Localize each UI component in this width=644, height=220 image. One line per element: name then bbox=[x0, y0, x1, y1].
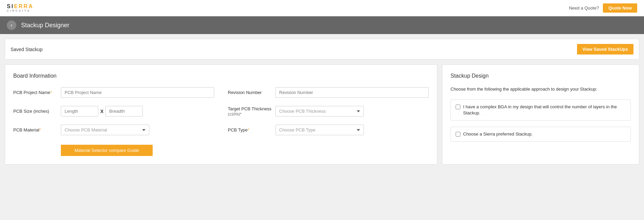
material-guide-row: Material Selector compare Guide bbox=[61, 143, 429, 156]
checkbox-bga[interactable] bbox=[456, 105, 460, 109]
checkbox-row-sierra: Choose a Sierra preferred Stackup. bbox=[451, 127, 631, 142]
thickness-sublabel: (±10%)* bbox=[228, 112, 272, 116]
form-row-1: PCB Project Name* Revision Number bbox=[13, 87, 429, 98]
back-icon: ‹ bbox=[11, 22, 12, 28]
saved-stackup-label: Saved Stackup bbox=[11, 47, 43, 52]
revision-number-input[interactable] bbox=[275, 87, 429, 98]
logo: SiERRA CIRCUITS bbox=[7, 4, 33, 12]
pcb-material-label: PCB Material* bbox=[13, 127, 57, 132]
pcb-type-select[interactable]: Choose PCB Type bbox=[275, 125, 364, 135]
board-info-card: Board Information PCB Project Name* Revi… bbox=[5, 64, 437, 164]
x-separator: X bbox=[100, 109, 103, 114]
pcb-size-group: PCB Size (inches) X bbox=[13, 106, 214, 116]
pcb-thickness-select[interactable]: Choose PCB Thickness bbox=[275, 106, 364, 116]
stackup-design-description: Choose from the following the applicable… bbox=[451, 86, 631, 93]
form-row-3: PCB Material* Choose PCB Material PCB Ty… bbox=[13, 125, 429, 135]
revision-number-group: Revision Number bbox=[228, 87, 429, 98]
pcb-project-name-label: PCB Project Name* bbox=[13, 90, 57, 95]
size-inputs: X bbox=[61, 106, 143, 116]
material-guide-button[interactable]: Material Selector compare Guide bbox=[61, 145, 153, 156]
page-header: ‹ Stackup Designer bbox=[0, 16, 644, 34]
pcb-project-name-input[interactable] bbox=[61, 87, 214, 98]
pcb-size-label: PCB Size (inches) bbox=[13, 109, 57, 114]
top-nav: SiERRA CIRCUITS Need a Quote? Quote Now bbox=[0, 0, 644, 16]
need-quote-text: Need a Quote? bbox=[569, 5, 599, 11]
page-title: Stackup Designer bbox=[21, 22, 69, 29]
stackup-design-card: Stackup Design Choose from the following… bbox=[442, 64, 639, 164]
saved-stackup-bar: Saved Stackup View Saved StackUps bbox=[5, 39, 639, 60]
view-saved-stackups-button[interactable]: View Saved StackUps bbox=[577, 44, 633, 54]
pcb-material-select[interactable]: Choose PCB Material bbox=[61, 125, 149, 135]
pcb-material-group: PCB Material* Choose PCB Material bbox=[13, 125, 214, 135]
target-pcb-thickness-label: Target PCB Thickness bbox=[228, 106, 272, 111]
checkbox-sierra-label: Choose a Sierra preferred Stackup. bbox=[463, 131, 533, 137]
form-row-2: PCB Size (inches) X Target PCB Thickness… bbox=[13, 106, 429, 116]
breadth-input[interactable] bbox=[105, 106, 143, 116]
target-pcb-thickness-group: Target PCB Thickness (±10%)* Choose PCB … bbox=[228, 106, 429, 116]
length-input[interactable] bbox=[61, 106, 98, 116]
revision-number-label: Revision Number bbox=[228, 90, 272, 95]
logo-top-line: SiERRA bbox=[7, 4, 33, 9]
logo-bottom-line: CIRCUITS bbox=[7, 10, 33, 12]
pcb-type-group: PCB Type* Choose PCB Type bbox=[228, 125, 429, 135]
stackup-design-title: Stackup Design bbox=[451, 73, 631, 79]
main-content: Board Information PCB Project Name* Revi… bbox=[0, 60, 644, 169]
checkbox-bga-label: I have a complex BGA in my design that w… bbox=[463, 104, 626, 116]
board-info-title: Board Information bbox=[13, 73, 429, 79]
pcb-project-name-group: PCB Project Name* bbox=[13, 87, 214, 98]
pcb-type-label: PCB Type* bbox=[228, 127, 272, 132]
checkbox-sierra[interactable] bbox=[456, 132, 460, 137]
quote-now-button[interactable]: Quote Now bbox=[603, 3, 637, 13]
nav-right: Need a Quote? Quote Now bbox=[569, 3, 637, 13]
checkbox-row-bga: I have a complex BGA in my design that w… bbox=[451, 99, 631, 121]
thickness-label-group: Target PCB Thickness (±10%)* bbox=[228, 106, 272, 116]
back-button[interactable]: ‹ bbox=[7, 20, 16, 30]
